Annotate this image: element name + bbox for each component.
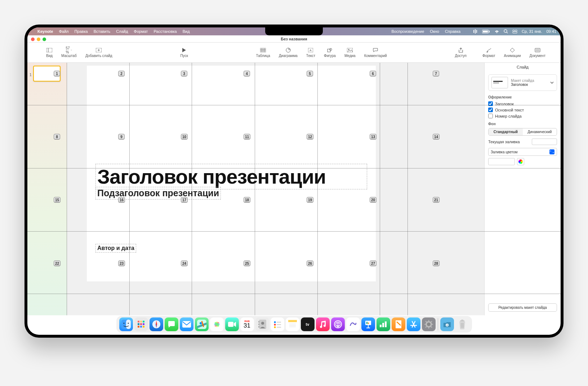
menu-slide[interactable]: Слайд (116, 29, 128, 34)
canvas[interactable]: Заголовок презентации Подзаголовок презе… (67, 63, 484, 315)
minimize-button[interactable] (37, 38, 40, 41)
svg-rect-34 (138, 321, 139, 323)
view-button[interactable]: Вид (42, 47, 57, 58)
dock-numbers[interactable] (377, 317, 390, 331)
menu-arrange[interactable]: Расстановка (153, 29, 177, 34)
menu-help[interactable]: Справка (445, 29, 460, 34)
svg-rect-39 (143, 323, 144, 325)
checkbox-slide-number[interactable]: Номер слайда (488, 114, 557, 118)
svg-point-33 (128, 323, 129, 324)
region-tag: 4 (244, 71, 250, 76)
dock-contacts[interactable] (255, 317, 269, 331)
status-date[interactable]: Ср, 31 янв. (522, 29, 542, 34)
dock-appstore[interactable] (407, 317, 420, 331)
shape-button[interactable]: Фигура (320, 47, 340, 58)
dock-trash[interactable] (455, 317, 469, 331)
region-tag: 11 (244, 134, 250, 140)
dock-keynote-app[interactable] (361, 317, 375, 331)
region-tag: 17 (181, 197, 188, 203)
dock-mail[interactable] (180, 317, 193, 331)
share-button[interactable]: Доступ (450, 47, 471, 58)
svg-rect-10 (513, 32, 517, 33)
edit-layout-button[interactable]: Редактировать макет слайда (488, 303, 557, 312)
dock-maps[interactable] (195, 317, 209, 331)
svg-rect-55 (258, 324, 259, 325)
menu-format[interactable]: Формат (134, 29, 148, 34)
menu-file[interactable]: Файл (59, 29, 68, 34)
format-tab[interactable]: Формат (478, 47, 500, 58)
slide-subtitle[interactable]: Подзаголовок презентации (95, 187, 221, 199)
region-tag: 21 (433, 197, 440, 203)
slide-title[interactable]: Заголовок презентации (95, 164, 367, 189)
stepper-icon: ⌃⌄ (549, 149, 554, 154)
dock-messages[interactable] (165, 317, 178, 331)
menu-window[interactable]: Окно (430, 29, 439, 34)
dock-downloads[interactable] (440, 317, 454, 331)
region-tag: 22 (54, 260, 61, 266)
checkbox-title[interactable]: Заголовок (488, 101, 557, 106)
dock-reminders[interactable] (271, 317, 284, 331)
dock-finder[interactable] (119, 317, 133, 331)
status-wifi-icon[interactable] (494, 30, 499, 34)
dock-safari[interactable] (150, 317, 163, 331)
svg-rect-74 (366, 322, 368, 324)
dock-freeform[interactable] (346, 317, 360, 331)
document-tab[interactable]: Документ (525, 47, 550, 58)
zoom-picker[interactable]: 57 % Масштаб (57, 47, 81, 58)
region-tag: 1 (54, 71, 60, 76)
checkbox-body[interactable]: Основной текст (488, 108, 557, 112)
svg-rect-41 (140, 326, 142, 328)
dock-facetime[interactable] (225, 317, 239, 331)
svg-rect-76 (380, 325, 382, 327)
dock-settings[interactable] (422, 317, 436, 331)
svg-rect-38 (140, 323, 142, 325)
app-name[interactable]: Keynote (37, 29, 53, 34)
status-battery-icon[interactable] (482, 30, 490, 34)
play-button[interactable]: Пуск (176, 47, 192, 58)
dock-pages[interactable] (392, 317, 405, 331)
svg-point-6 (504, 30, 507, 32)
status-time[interactable]: 09:41 (546, 29, 556, 34)
dock-podcasts[interactable] (331, 317, 345, 331)
seg-standard[interactable]: Стандартный (489, 128, 523, 135)
dock-tv[interactable]: tv (301, 317, 315, 331)
fill-type-select[interactable]: Заливка цветом ⌃⌄ (488, 148, 557, 156)
svg-point-25 (330, 48, 332, 51)
layout-picker[interactable]: Макет слайда Заголовок (488, 74, 557, 91)
dock-photos[interactable] (210, 317, 224, 331)
seg-dynamic[interactable]: Динамический (523, 128, 557, 135)
table-button[interactable]: Таблица (252, 47, 275, 58)
dock-calendar[interactable]: ЯНВ31 (240, 317, 254, 331)
media-button[interactable]: Медиа (340, 47, 360, 58)
status-control-icon[interactable] (512, 30, 517, 34)
dock-launchpad[interactable] (134, 317, 148, 331)
add-slide-button[interactable]: Добавить слайд (81, 47, 117, 58)
slide-author[interactable]: Автор и дата (95, 244, 136, 253)
menu-view[interactable]: Вид (183, 29, 190, 34)
slide[interactable]: Заголовок презентации Подзаголовок презе… (87, 66, 376, 281)
bg-segmented[interactable]: Стандартный Динамический (488, 128, 557, 136)
close-button[interactable] (31, 38, 35, 41)
dock-music[interactable] (316, 317, 330, 331)
fullscreen-button[interactable] (43, 38, 46, 41)
text-button[interactable]: AТекст (302, 47, 320, 58)
dock-notes[interactable] (286, 317, 299, 331)
svg-rect-16 (260, 48, 266, 52)
svg-rect-1 (475, 29, 476, 34)
thumb-index: 1 (30, 73, 32, 77)
svg-rect-4 (483, 31, 488, 32)
comment-button[interactable]: Комментарий (360, 47, 391, 58)
svg-rect-37 (138, 323, 139, 325)
status-search-icon[interactable] (504, 29, 508, 34)
status-sound-icon[interactable] (473, 29, 478, 34)
inspector-subtab[interactable]: Слайд (485, 63, 561, 71)
fill-preset-swatch[interactable] (488, 158, 515, 165)
svg-rect-78 (385, 321, 387, 327)
color-wheel-button[interactable] (517, 158, 524, 165)
menu-play[interactable]: Воспроизведение (392, 29, 424, 34)
chart-button[interactable]: Диаграмма (275, 47, 302, 58)
animate-tab[interactable]: Анимации (499, 47, 525, 58)
menu-insert[interactable]: Вставить (94, 29, 111, 34)
menu-edit[interactable]: Правка (74, 29, 88, 34)
current-fill-swatch[interactable] (532, 139, 557, 145)
